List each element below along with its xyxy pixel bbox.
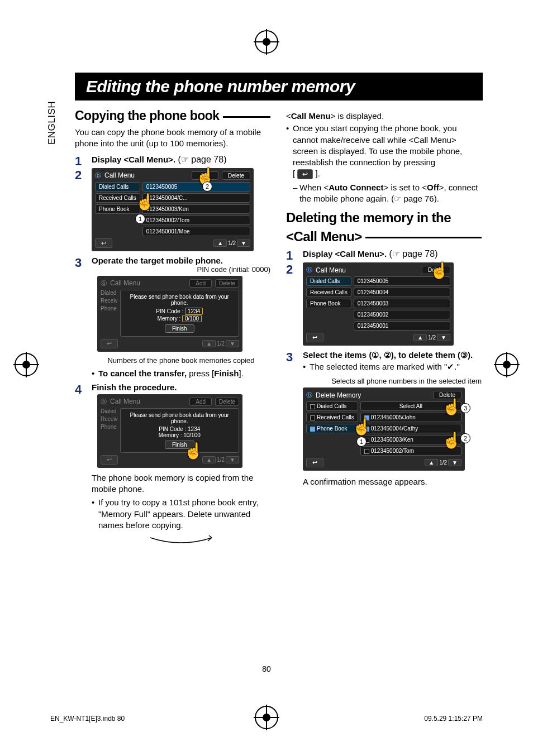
annotation-1: 1 — [135, 214, 145, 224]
page-number: 80 — [0, 664, 533, 673]
select-all-button[interactable]: Select All — [360, 401, 461, 411]
pager: ▲ 1/2 ▼ — [213, 240, 250, 247]
pin-label: PIN Code : — [156, 308, 183, 314]
list-item[interactable]: 0123450001/Moe — [142, 227, 250, 236]
after-panel-text: The phone book memory is copied from the… — [92, 472, 270, 495]
back-icon[interactable]: ↩ — [306, 458, 323, 467]
pager: ▲ 1/2 ▼ — [425, 459, 461, 466]
manual-page: ENGLISH Editing the phone number memory … — [0, 0, 533, 756]
heading-rule — [365, 237, 482, 238]
back-icon: ↩ — [101, 455, 118, 465]
banner-title: Editing the phone number memory — [86, 77, 472, 96]
selects-all-caption: Selects all phone numbers in the selecte… — [303, 377, 482, 385]
tab-received[interactable]: Received Calls — [306, 413, 358, 422]
finish-button[interactable]: Finish — [165, 324, 194, 333]
send-dialog: Please send phone book data from your ph… — [120, 290, 239, 337]
panel-title: Delete Memory — [316, 391, 430, 399]
tab-dim: Receiv — [101, 298, 118, 304]
step-4-label: Finish the procedure. — [92, 382, 270, 392]
tab-received[interactable]: Received Calls — [306, 288, 351, 297]
list-item[interactable]: 0123450002/Tom — [142, 216, 250, 225]
page-up-icon[interactable]: ▲ — [425, 459, 438, 466]
panel-title: Call Menu — [316, 266, 418, 274]
callmenu-displayed: <Call Menu> is displayed. — [286, 111, 482, 122]
back-icon[interactable]: ↩ — [95, 238, 112, 248]
pager: ▲1/2▼ — [202, 456, 239, 463]
step-1-ref: (☞ page 78) — [178, 155, 227, 164]
cancel-btn: Finish — [214, 369, 239, 378]
list-item[interactable]: 0123450002/Tom — [360, 446, 461, 456]
list-item[interactable]: 0123450005 — [354, 276, 450, 286]
list-item[interactable]: 0123450003 — [354, 299, 450, 308]
dialog-text: Please send phone book data from your ph… — [124, 294, 235, 306]
delete-button[interactable]: Delete — [433, 391, 461, 399]
list-item[interactable]: 0123450003/Ken — [360, 435, 461, 444]
list-item[interactable]: 0123450005 — [142, 182, 250, 192]
list-item[interactable]: 0123450004/C... — [142, 193, 250, 203]
list-item[interactable]: 0123450004 — [354, 288, 450, 297]
mem-label: Memory : — [158, 315, 181, 322]
panel-title: Call Menu — [110, 398, 186, 405]
heading-rule — [223, 116, 270, 118]
tab-dialed[interactable]: Dialed Calls — [306, 401, 358, 411]
step-1-label: Display <Call Menu>. — [92, 155, 175, 164]
page-down-icon[interactable]: ▼ — [437, 334, 450, 341]
page-up-icon[interactable]: ▲ — [213, 240, 227, 247]
call-menu-screenshot-1: ⓑ Call Menu Add Delete Dialed Calls Rece… — [92, 168, 254, 251]
tab-received[interactable]: Received Calls — [95, 193, 140, 203]
delete-button: Delete — [215, 398, 239, 406]
tab-phonebook[interactable]: Phone Book — [95, 204, 140, 214]
call-menu-screenshot-3: ⓑ Call Menu Add Delete Dialed Receiv Pho… — [97, 394, 242, 468]
tab-phonebook[interactable]: Phone Book — [306, 299, 351, 308]
tab-dialed[interactable]: Dialed Calls — [306, 276, 351, 286]
call-menu-screenshot-2: ⓑ Call Menu Add Delete Dialed Receiv Pho… — [97, 276, 242, 352]
tab-dim: Dialed — [101, 290, 118, 296]
tab-dialed[interactable]: Dialed Calls — [95, 182, 140, 192]
heading-text: Copying the phone book — [75, 108, 220, 123]
add-button: Add — [189, 398, 212, 406]
bluetooth-icon: ⓑ — [101, 279, 107, 288]
add-button: Add — [189, 279, 212, 288]
page-up-icon[interactable]: ▲ — [413, 334, 427, 341]
pincode-caption: PIN code (initial: 0000) — [92, 265, 270, 274]
cancel-post: press [ — [187, 369, 214, 378]
cancel-end: ]. — [239, 369, 243, 378]
list-item[interactable]: 0123450003/Ken — [142, 204, 250, 214]
heading-line1: Deleting the memory in the — [286, 210, 451, 226]
language-label: ENGLISH — [46, 101, 58, 145]
page-indicator: 1/2 — [428, 334, 436, 341]
footer-right: 09.5.29 1:15:27 PM — [424, 715, 483, 722]
left-column: Copying the phone book You can copy the … — [75, 108, 270, 551]
tab-phonebook[interactable]: Phone Book — [306, 424, 358, 433]
step-3: Operate the target mobile phone. PIN cod… — [75, 256, 270, 379]
delete-button[interactable]: Delete — [222, 171, 250, 180]
list-item[interactable]: 0123450001 — [354, 321, 450, 331]
dialog-text: Please send phone book data from your ph… — [124, 412, 235, 424]
page-indicator: 1/2 — [439, 460, 447, 466]
del-step-1: Display <Call Menu>. (☞ page 78) — [286, 248, 482, 259]
page-down-icon[interactable]: ▼ — [448, 459, 461, 466]
mem-line: Memory : 10/100 — [124, 432, 235, 438]
deleting-heading: Deleting the memory in the <Call Menu> — [286, 210, 482, 244]
cancel-line: To cancel the transfer, press [Finish]. — [92, 368, 270, 379]
bluetooth-icon: ⓑ — [306, 391, 312, 399]
finish-button[interactable]: Finish — [165, 441, 194, 449]
list-item[interactable]: 0123450002 — [354, 310, 450, 319]
cancel-pre: To cancel the transfer, — [98, 369, 187, 378]
call-menu-screenshot-4: ⓑ Call Menu Delete Dialed Calls Received… — [303, 262, 454, 346]
continuation-icon — [92, 535, 270, 548]
list-item[interactable]: 0123450005/John — [360, 413, 461, 422]
step-4: Finish the procedure. ⓑ Call Menu Add De… — [75, 382, 270, 548]
delete-button[interactable]: Delete — [422, 266, 450, 274]
bluetooth-icon: ⓑ — [306, 266, 312, 274]
pager: ▲1/2▼ — [202, 340, 239, 347]
back-icon[interactable]: ↩ — [306, 333, 323, 342]
section-banner: Editing the phone number memory — [75, 73, 483, 101]
del-step1-label: Display <Call Menu>. — [303, 249, 387, 259]
crop-mark-icon — [13, 352, 39, 377]
page-down-icon[interactable]: ▼ — [237, 240, 250, 247]
pager: ▲ 1/2 ▼ — [413, 334, 450, 341]
list-item[interactable]: 0123450004/Cathy — [360, 424, 461, 433]
sub-autoconnect: When <Auto Connect> is set to <Off>, con… — [293, 182, 482, 205]
add-button[interactable]: Add — [192, 171, 218, 180]
